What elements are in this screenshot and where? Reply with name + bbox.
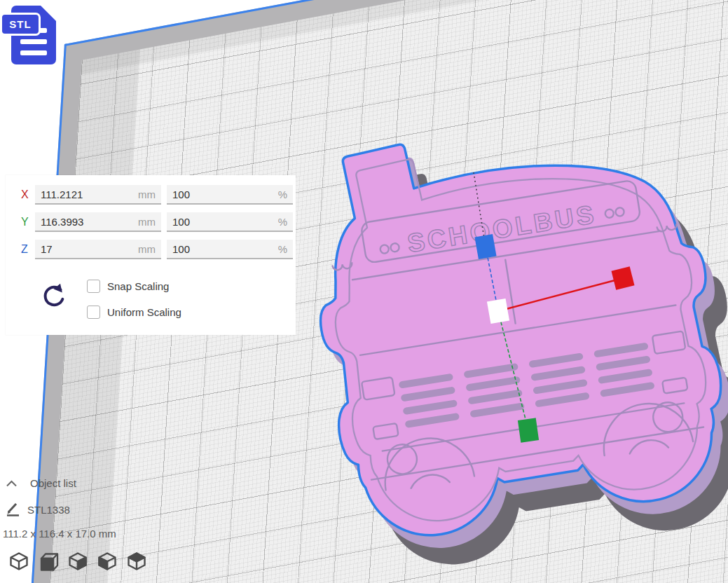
model-top-face — [295, 100, 728, 547]
view-left-button[interactable] — [97, 551, 118, 572]
chevron-up-icon — [6, 480, 18, 487]
scale-x-percent-input[interactable]: 100 % — [167, 185, 293, 205]
view-front-button[interactable] — [38, 551, 59, 572]
scale-z-percent-unit: % — [278, 243, 287, 255]
axis-label-z: Z — [21, 243, 34, 256]
scale-x-unit: mm — [138, 188, 156, 200]
object-dimensions: 111.2 x 116.4 x 17.0 mm — [3, 528, 116, 540]
scale-tool-panel: X 111.2121 mm 100 % Y 116.3993 mm 100 % … — [6, 175, 296, 335]
cube-3d-icon — [8, 551, 29, 572]
scale-handle-center[interactable] — [487, 299, 509, 324]
view-preset-toolbar — [8, 551, 147, 572]
scale-x-value: 111.2121 — [41, 188, 83, 200]
snap-scaling-checkbox[interactable] — [87, 280, 100, 293]
scale-z-percent-input[interactable]: 100 % — [167, 240, 293, 259]
scale-x-percent-unit: % — [278, 188, 287, 200]
axis-label-x: X — [21, 188, 34, 201]
view-3d-button[interactable] — [8, 551, 29, 572]
scale-y-percent-input[interactable]: 100 % — [167, 212, 293, 232]
object-name: STL1338 — [27, 504, 70, 516]
reset-scale-button[interactable] — [39, 282, 67, 311]
scale-y-unit: mm — [138, 216, 156, 228]
scale-handle-green[interactable] — [518, 418, 539, 442]
scale-row-z: Z 17 mm 100 % — [6, 239, 293, 260]
cube-front-icon — [38, 551, 59, 572]
uniform-scaling-label: Uniform Scaling — [107, 306, 181, 318]
uniform-scaling-row: Uniform Scaling — [87, 304, 181, 320]
view-right-button[interactable] — [67, 551, 88, 572]
view-top-button[interactable] — [126, 551, 147, 572]
rotate-ccw-icon — [39, 282, 67, 311]
scale-y-percent-unit: % — [278, 216, 287, 228]
scale-z-unit: mm — [138, 243, 156, 255]
cube-right-icon — [67, 551, 88, 572]
scale-x-percent: 100 — [172, 188, 190, 200]
scale-z-value: 17 — [41, 243, 53, 255]
stl-folded-corner-icon — [40, 5, 57, 22]
cube-top-icon — [126, 551, 147, 572]
scale-x-mm-input[interactable]: 111.2121 mm — [35, 185, 161, 205]
model-schoolbus-mold[interactable]: SCHOOLBUS — [295, 98, 728, 580]
scale-y-mm-input[interactable]: 116.3993 mm — [35, 212, 161, 232]
stl-badge-label: STL — [0, 13, 41, 36]
snap-scaling-label: Snap Scaling — [107, 280, 169, 292]
stl-file-icon: STL — [0, 1, 69, 71]
scale-handle-blue[interactable] — [474, 234, 496, 259]
scale-y-value: 116.3993 — [41, 216, 83, 228]
scale-z-mm-input[interactable]: 17 mm — [35, 240, 161, 259]
cube-left-icon — [97, 551, 118, 572]
snap-scaling-row: Snap Scaling — [87, 278, 169, 294]
pencil-icon — [6, 502, 21, 517]
scale-z-percent: 100 — [172, 243, 190, 255]
scale-y-percent: 100 — [172, 216, 190, 228]
object-list-label: Object list — [30, 477, 76, 489]
panel-notch — [0, 363, 6, 378]
scale-row-y: Y 116.3993 mm 100 % — [6, 212, 293, 233]
object-list-item[interactable]: STL1338 — [6, 502, 70, 517]
uniform-scaling-checkbox[interactable] — [87, 306, 100, 319]
scale-row-x: X 111.2121 mm 100 % — [6, 184, 293, 205]
object-list-toggle[interactable]: Object list — [6, 477, 76, 489]
axis-label-y: Y — [21, 216, 34, 228]
